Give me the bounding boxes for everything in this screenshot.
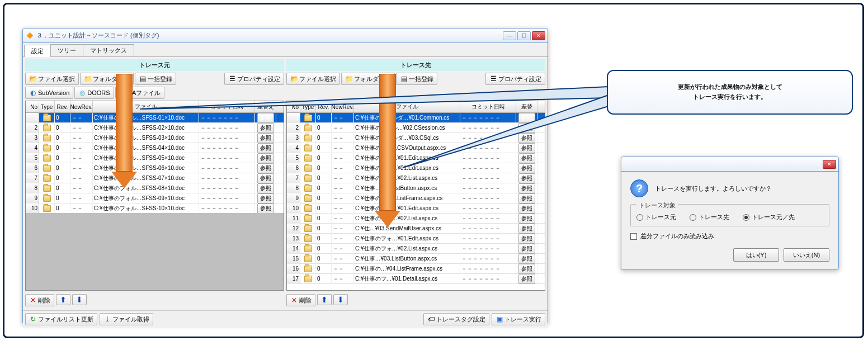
table-row[interactable]: 80－－C:¥仕事のフォル…SFSS-08×10.doc－－－－－－－参照 — [26, 183, 284, 193]
table-row[interactable]: 130－－C:¥仕事のフォ…¥01.Edit.aspx.cs－－－－－－－参照 — [287, 234, 545, 244]
table-row[interactable]: 60－－C:¥仕事のフォル…SFSS-06×10.doc－－－－－－－参照 — [26, 163, 284, 173]
table-row[interactable]: 60－－C:¥仕事のフォ…¥01.Edit.aspx.cs－－－－－－－参照 — [287, 163, 545, 173]
doors-button[interactable]: ◎DOORS — [74, 87, 114, 99]
browse-button[interactable]: 参照 — [518, 173, 535, 183]
cell-newrev: －－ — [70, 113, 93, 123]
cell-rev: 0 — [316, 123, 332, 133]
window-title: ３．ユニット設計→ソースコード (個別タグ) — [36, 31, 503, 40]
table-row[interactable]: 20－－C:¥仕事のフォル…¥02.CSession.cs－－－－－－－参照 — [287, 123, 545, 133]
table-row[interactable]: 50－－C:¥仕事のフォル…SFSS-05×10.doc－－－－－－－参照 — [26, 153, 284, 163]
property-settings-button[interactable]: ☰プロパティ設定 — [485, 73, 545, 85]
browse-button[interactable]: 参照 — [518, 254, 535, 264]
cell-rev: 0 — [316, 264, 332, 274]
browse-button[interactable]: 参照 — [518, 274, 535, 284]
table-row[interactable]: 140－－C:¥仕事のフォ…¥02.List.aspx.cs－－－－－－－参照 — [287, 244, 545, 254]
table-row[interactable]: 70－－C:¥仕事のフォ…¥02.List.aspx.cs－－－－－－－参照 — [287, 173, 545, 183]
table-row[interactable]: 40－－C:¥仕事の…¥04.CSVOutput.aspx.cs－－－－－－－参… — [287, 143, 545, 153]
folder-select-button[interactable]: 📁フォルダ選択 — [80, 73, 134, 85]
subversion-button[interactable]: ◐SubVersion — [25, 87, 73, 99]
table-row[interactable]: 100－－C:¥仕事のフォ…¥01.Edit.aspx.cs－－－－－－－参照 — [287, 203, 545, 214]
bulk-register-button[interactable]: ▤一括登録 — [135, 73, 176, 85]
table-row[interactable]: 90－－C:¥仕事の…¥04.ListFrame.aspx.cs－－－－－－－参… — [287, 193, 545, 203]
table-row[interactable]: 30－－C:¥仕事のフォルダ…¥03.CSql.cs－－－－－－－参照 — [287, 133, 545, 143]
browse-button[interactable]: 参照 — [257, 133, 274, 143]
browse-button[interactable]: 参照 — [518, 183, 535, 193]
browse-button[interactable]: 参照 — [518, 234, 535, 244]
move-down-button[interactable]: ⬇ — [72, 294, 87, 305]
cell-no: 1 — [26, 113, 39, 123]
browse-button[interactable]: 参照 — [518, 163, 535, 173]
browse-button[interactable]: 参照 — [518, 224, 535, 234]
dialog-close-button[interactable]: ✕ — [823, 160, 836, 169]
file-select-button[interactable]: 📂ファイル選択 — [25, 73, 79, 85]
browse-button[interactable]: 参照 — [518, 153, 535, 163]
table-row[interactable]: 10－－C:¥仕事のフォルダ…¥01.Common.cs－－－－－－－参照 — [287, 113, 545, 123]
browse-button[interactable]: 参照 — [518, 193, 535, 203]
tab-matrix[interactable]: マトリックス — [83, 44, 134, 56]
browse-button[interactable]: 参照 — [257, 113, 274, 123]
maximize-button[interactable]: ☐ — [517, 31, 531, 40]
minimize-button[interactable]: — — [503, 31, 516, 40]
table-row[interactable]: 80－－C:¥仕事…¥03.ListButton.aspx.cs－－－－－－－参… — [287, 183, 545, 193]
browse-button[interactable]: 参照 — [257, 173, 274, 183]
browse-button[interactable]: 参照 — [518, 244, 535, 254]
radio-source[interactable]: トレース元 — [636, 213, 676, 221]
radio-both[interactable]: トレース元／先 — [743, 213, 795, 221]
cell-ref: 参照 — [255, 153, 276, 163]
cell-commit: －－－－－－－ — [460, 133, 516, 143]
browse-button[interactable]: 参照 — [518, 214, 535, 224]
cell-file: C:¥仕事の…¥04.ListFrame.aspx.cs — [354, 264, 460, 274]
table-row[interactable]: 120－－C:¥仕…¥03.SendMailUser.aspx.cs－－－－－－… — [287, 224, 545, 234]
browse-button[interactable]: 参照 — [518, 264, 535, 274]
delete-button[interactable]: ✕削除 — [286, 294, 315, 306]
diff-only-checkbox[interactable]: 差分ファイルのみ読み込み — [630, 232, 829, 240]
fetch-file-button[interactable]: ⤓ファイル取得 — [100, 313, 153, 325]
browse-button[interactable]: 参照 — [257, 203, 274, 214]
browse-button[interactable]: 参照 — [518, 203, 535, 214]
ea-file-button[interactable]: ◉EAファイル — [115, 87, 165, 99]
browse-button[interactable]: 参照 — [257, 153, 274, 163]
table-row[interactable]: 10－－C:¥仕事のフォル…SFSS-01×10.doc－－－－－－－参照 — [26, 113, 284, 123]
move-up-button[interactable]: ⬆ — [317, 294, 332, 305]
browse-button[interactable]: 参照 — [518, 113, 535, 123]
cell-commit: －－－－－－－ — [199, 193, 255, 203]
table-row[interactable]: 160－－C:¥仕事の…¥04.ListFrame.aspx.cs－－－－－－－… — [287, 264, 545, 274]
cell-newrev: －－ — [70, 123, 93, 133]
table-row[interactable]: 110－－C:¥仕事のフォ…¥02.List.aspx.cs－－－－－－－参照 — [287, 214, 545, 224]
move-down-button[interactable]: ⬇ — [333, 294, 348, 305]
file-select-button[interactable]: 📂ファイル選択 — [286, 73, 340, 85]
browse-button[interactable]: 参照 — [518, 133, 535, 143]
browse-button[interactable]: 参照 — [518, 143, 535, 153]
tab-settings[interactable]: 設定 — [24, 45, 51, 57]
folder-select-button[interactable]: 📁フォルダ選択 — [341, 73, 395, 85]
no-button[interactable]: いいえ(N) — [784, 248, 829, 262]
table-row[interactable]: 50－－C:¥仕事のフォ…¥01.Edit.aspx.cs－－－－－－－参照 — [287, 153, 545, 163]
table-row[interactable]: 30－－C:¥仕事のフォル…SFSS-03×10.doc－－－－－－－参照 — [26, 133, 284, 143]
move-up-button[interactable]: ⬆ — [56, 294, 70, 305]
property-settings-button[interactable]: ☰プロパティ設定 — [224, 73, 284, 85]
yes-button[interactable]: はい(Y) — [733, 248, 779, 262]
table-row[interactable]: 100－－C:¥仕事のフォル…SFSS-10×10.doc－－－－－－－参照 — [26, 203, 284, 214]
delete-button[interactable]: ✕削除 — [25, 294, 54, 306]
close-button[interactable]: ✕ — [532, 31, 545, 40]
tab-tree[interactable]: ツリー — [50, 44, 83, 56]
cell-type — [39, 153, 55, 163]
table-row[interactable]: 20－－C:¥仕事のフォル…SFSS-02×10.doc－－－－－－－参照 — [26, 123, 284, 133]
table-row[interactable]: 70－－C:¥仕事のフォル…SFSS-07×10.doc－－－－－－－参照 — [26, 173, 284, 183]
download-icon: ⤓ — [103, 315, 111, 323]
radio-dest[interactable]: トレース先 — [690, 213, 729, 221]
update-list-button[interactable]: ↻ファイルリスト更新 — [25, 313, 97, 325]
trace-tag-settings-button[interactable]: 🏷トレースタグ設定 — [423, 313, 489, 325]
browse-button[interactable]: 参照 — [257, 183, 274, 193]
bulk-register-button[interactable]: ▤一括登録 — [396, 73, 437, 85]
browse-button[interactable]: 参照 — [257, 143, 274, 153]
browse-button[interactable]: 参照 — [257, 193, 274, 203]
table-row[interactable]: 170－－C:¥仕事のフ…¥01.Detail.aspx.cs－－－－－－－参照 — [287, 274, 545, 284]
browse-button[interactable]: 参照 — [518, 123, 535, 133]
trace-exec-button[interactable]: ▣トレース実行 — [492, 313, 545, 325]
table-row[interactable]: 90－－C:¥仕事のフォル…SFSS-09×10.doc－－－－－－－参照 — [26, 193, 284, 203]
browse-button[interactable]: 参照 — [257, 163, 274, 173]
table-row[interactable]: 40－－C:¥仕事のフォル…SFSS-04×10.doc－－－－－－－参照 — [26, 143, 284, 153]
browse-button[interactable]: 参照 — [257, 123, 274, 133]
table-row[interactable]: 150－－C:¥仕事…¥03.ListButton.aspx.cs－－－－－－－… — [287, 254, 545, 264]
